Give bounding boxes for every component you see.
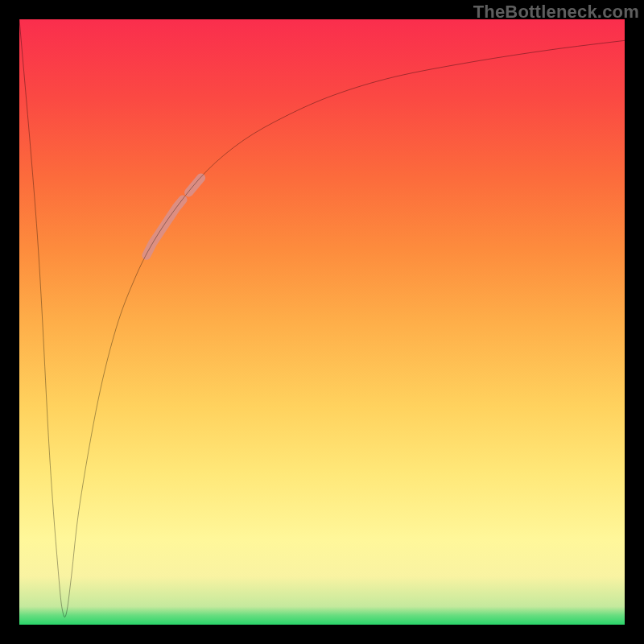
bottleneck-curve — [19, 19, 625, 617]
watermark-text: TheBottleneck.com — [473, 2, 639, 23]
chart-frame: TheBottleneck.com — [0, 0, 644, 644]
plot-area — [19, 19, 625, 625]
curve-svg — [19, 19, 625, 625]
highlight-segment-main — [147, 200, 183, 255]
highlight-segment-dot — [189, 178, 201, 192]
highlight-group — [147, 178, 201, 255]
